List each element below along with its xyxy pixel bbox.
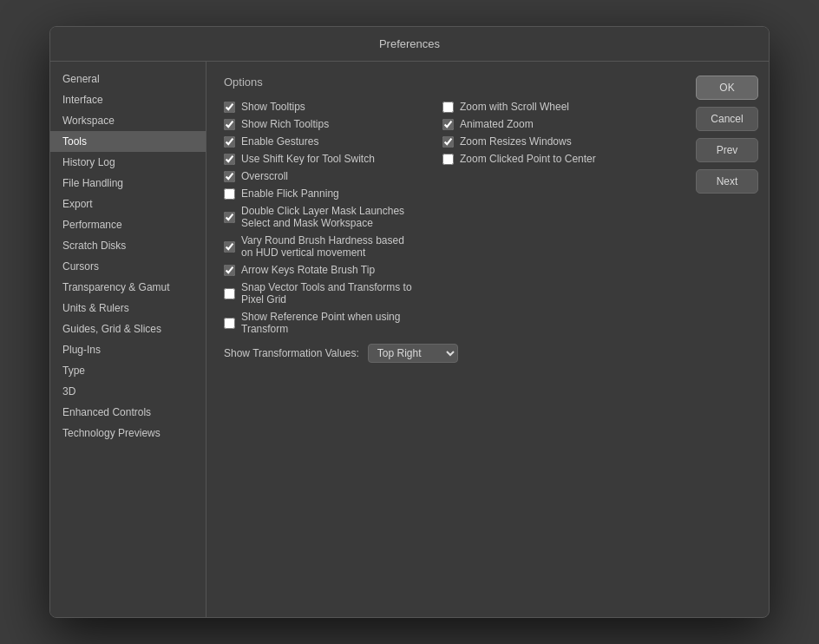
sidebar-item-guides-grid--slices[interactable]: Guides, Grid & Slices (50, 319, 206, 339)
checkbox-row: Vary Round Brush Hardness based on HUD v… (224, 234, 416, 259)
sidebar-item-history-log[interactable]: History Log (50, 152, 206, 173)
transformation-row: Show Transformation Values: Top RightTop… (224, 344, 668, 363)
checkbox-row: Zoom with Scroll Wheel (442, 101, 668, 113)
checkbox-label: Snap Vector Tools and Transforms to Pixe… (241, 281, 416, 306)
checkbox-enable-gestures[interactable] (224, 136, 235, 148)
sidebar-item-file-handling[interactable]: File Handling (50, 173, 206, 194)
checkbox-row: Overscroll (224, 170, 416, 182)
checkbox-row: Enable Gestures (224, 135, 416, 148)
sidebar-item-tools[interactable]: Tools (50, 131, 206, 152)
checkbox-row: Zoom Clicked Point to Center (442, 153, 668, 165)
next-button[interactable]: Next (696, 169, 758, 194)
checkbox-label: Zoom Clicked Point to Center (460, 153, 596, 165)
checkbox-row: Show Reference Point when using Transfor… (224, 311, 416, 335)
checkbox-label: Show Rich Tooltips (241, 118, 329, 130)
sidebar-item-enhanced-controls[interactable]: Enhanced Controls (50, 402, 206, 423)
sidebar-item-scratch-disks[interactable]: Scratch Disks (50, 235, 206, 256)
dialog-body: GeneralInterfaceWorkspaceToolsHistory Lo… (50, 62, 769, 617)
options-grid: Show TooltipsShow Rich TooltipsEnable Ge… (224, 101, 668, 335)
checkbox-row: Snap Vector Tools and Transforms to Pixe… (224, 281, 416, 306)
checkbox-show-reference-point-when-usin[interactable] (224, 318, 235, 329)
checkbox-row: Show Tooltips (224, 101, 416, 113)
sidebar-item-3d[interactable]: 3D (50, 381, 206, 402)
sidebar-item-export[interactable]: Export (50, 194, 206, 214)
checkbox-zoom-clicked-point-to-center[interactable] (442, 154, 454, 165)
checkbox-label: Overscroll (241, 170, 288, 182)
checkbox-label: Zoom with Scroll Wheel (460, 101, 569, 113)
checkbox-label: Zoom Resizes Windows (460, 135, 572, 148)
sidebar-item-type[interactable]: Type (50, 360, 206, 381)
checkbox-label: Show Tooltips (241, 101, 305, 113)
checkbox-use-shift-key-for-tool-switch[interactable] (224, 154, 235, 165)
cancel-button[interactable]: Cancel (696, 107, 758, 131)
checkbox-overscroll[interactable] (224, 171, 235, 182)
checkbox-label: Double Click Layer Mask Launches Select … (241, 205, 416, 229)
checkbox-show-rich-tooltips[interactable] (224, 119, 235, 130)
checkbox-label: Show Reference Point when using Transfor… (241, 311, 416, 335)
sidebar: GeneralInterfaceWorkspaceToolsHistory Lo… (50, 62, 206, 617)
checkbox-label: Enable Gestures (241, 135, 318, 148)
checkbox-arrow-keys-rotate-brush-tip[interactable] (224, 265, 235, 276)
checkbox-row: Arrow Keys Rotate Brush Tip (224, 264, 416, 276)
checkbox-label: Vary Round Brush Hardness based on HUD v… (241, 234, 416, 259)
dialog-title: Preferences (50, 27, 769, 62)
checkbox-snap-vector-tools-and-transfor[interactable] (224, 288, 235, 299)
left-column: Show TooltipsShow Rich TooltipsEnable Ge… (224, 101, 416, 335)
checkbox-enable-flick-panning[interactable] (224, 188, 235, 200)
main-content: Options Show TooltipsShow Rich TooltipsE… (206, 62, 685, 617)
sidebar-item-workspace[interactable]: Workspace (50, 110, 206, 131)
sidebar-item-plug-ins[interactable]: Plug-Ins (50, 339, 206, 360)
sidebar-item-interface[interactable]: Interface (50, 89, 206, 110)
right-column: Zoom with Scroll WheelAnimated ZoomZoom … (442, 101, 668, 335)
checkbox-zoom-with-scroll-wheel[interactable] (442, 102, 454, 113)
transformation-label: Show Transformation Values: (224, 347, 359, 359)
preferences-dialog: Preferences GeneralInterfaceWorkspaceToo… (49, 26, 770, 618)
checkbox-animated-zoom[interactable] (442, 119, 454, 130)
checkbox-row: Enable Flick Panning (224, 187, 416, 200)
sidebar-item-cursors[interactable]: Cursors (50, 256, 206, 277)
ok-button[interactable]: OK (696, 76, 758, 100)
sidebar-item-technology-previews[interactable]: Technology Previews (50, 423, 206, 444)
buttons-panel: OK Cancel Prev Next (685, 62, 769, 617)
transformation-select[interactable]: Top RightTop LeftBottom RightBottom Left… (368, 344, 458, 363)
checkbox-label: Enable Flick Panning (241, 187, 339, 200)
sidebar-item-units--rulers[interactable]: Units & Rulers (50, 298, 206, 319)
checkbox-double-click-layer-mask-launch[interactable] (224, 212, 235, 223)
checkbox-vary-round-brush-hardness-base[interactable] (224, 241, 235, 253)
sidebar-item-performance[interactable]: Performance (50, 214, 206, 235)
sidebar-item-general[interactable]: General (50, 69, 206, 89)
checkbox-row: Zoom Resizes Windows (442, 135, 668, 148)
checkbox-row: Animated Zoom (442, 118, 668, 130)
checkbox-label: Animated Zoom (460, 118, 534, 130)
checkbox-show-tooltips[interactable] (224, 102, 235, 113)
checkbox-label: Arrow Keys Rotate Brush Tip (241, 264, 375, 276)
prev-button[interactable]: Prev (696, 138, 758, 162)
checkbox-row: Double Click Layer Mask Launches Select … (224, 205, 416, 229)
checkbox-row: Show Rich Tooltips (224, 118, 416, 130)
checkbox-label: Use Shift Key for Tool Switch (241, 153, 375, 165)
checkbox-row: Use Shift Key for Tool Switch (224, 153, 416, 165)
options-label: Options (224, 76, 668, 89)
checkbox-zoom-resizes-windows[interactable] (442, 136, 454, 148)
sidebar-item-transparency--gamut[interactable]: Transparency & Gamut (50, 277, 206, 298)
